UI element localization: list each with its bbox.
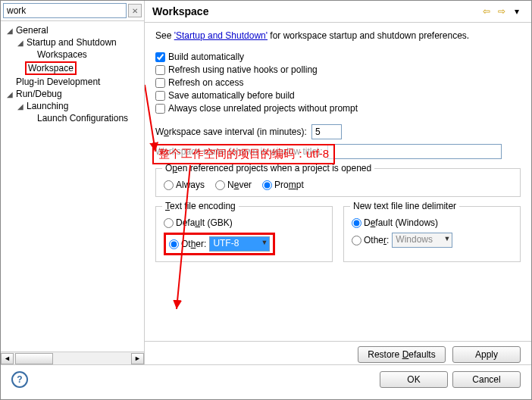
save-interval-label: Workspace save interval (in minutes): (155, 127, 307, 137)
preferences-tree[interactable]: ◢General ◢Startup and Shutdown Workspace… (1, 21, 144, 352)
restore-defaults-button[interactable]: Restore Defaults (358, 346, 445, 363)
open-referenced-title: Open referenced projects when a project … (162, 163, 374, 173)
delimiter-default-radio[interactable]: Default (Windows) (352, 217, 438, 228)
build-automatically-label: Build automatically (168, 52, 244, 62)
refresh-access-label: Refresh on access (168, 77, 243, 88)
tree-node-startup[interactable]: Startup and Shutdown (25, 37, 118, 48)
help-icon[interactable]: ? (11, 371, 28, 388)
horizontal-scrollbar[interactable]: ◄ ► (1, 352, 144, 364)
filter-input[interactable] (3, 3, 127, 18)
refresh-native-label: Refresh using native hooks or polling (168, 64, 318, 75)
tree-node-workspaces[interactable]: Workspaces (36, 49, 89, 60)
preferences-page: Workspace ⇦ ⇨ ▾ See 'Startup and Shutdow… (145, 1, 531, 364)
encoding-default-radio[interactable]: Default (GBK) (164, 217, 233, 228)
cancel-button[interactable]: Cancel (452, 371, 521, 388)
delimiter-title: New text file line delimiter (350, 201, 459, 211)
encoding-other-radio[interactable]: Other: (169, 239, 206, 249)
expand-icon[interactable]: ◢ (16, 102, 25, 111)
encoding-other-combo[interactable]: UTF-8 (209, 236, 270, 252)
menu-dropdown-icon[interactable]: ▾ (510, 5, 524, 17)
tree-node-workspace[interactable]: Workspace (25, 61, 77, 75)
save-interval-input[interactable] (311, 124, 342, 139)
annotation-callout: 整个工作空间的项目的编码：utf-8 (152, 144, 335, 164)
text-file-encoding-group: Text file encoding Default (GBK) Other: … (155, 206, 333, 262)
forward-button[interactable]: ⇨ (495, 5, 509, 17)
startup-shutdown-link[interactable]: 'Startup and Shutdown' (174, 30, 268, 41)
delimiter-other-radio[interactable]: Other: (352, 235, 389, 245)
tree-node-rundebug[interactable]: Run/Debug (14, 89, 64, 99)
refresh-access-checkbox[interactable] (155, 78, 165, 88)
tree-node-plugindev[interactable]: Plug-in Development (14, 77, 102, 87)
expand-icon[interactable]: ◢ (16, 39, 25, 47)
expand-icon[interactable]: ◢ (5, 27, 14, 35)
ok-button[interactable]: OK (380, 371, 448, 388)
delimiter-other-combo: Windows (392, 233, 452, 248)
scroll-left-icon[interactable]: ◄ (1, 353, 14, 364)
page-title: Workspace (152, 5, 478, 17)
filter-row: ✕ (1, 1, 144, 21)
close-unrelated-checkbox[interactable] (155, 104, 165, 114)
close-unrelated-label: Always close unrelated projects without … (168, 103, 358, 114)
encoding-title: Text file encoding (162, 201, 239, 211)
preferences-sidebar: ✕ ◢General ◢Startup and Shutdown Workspa… (1, 1, 145, 364)
scroll-right-icon[interactable]: ► (131, 353, 144, 364)
refresh-native-checkbox[interactable] (155, 65, 165, 75)
dialog-button-bar: ? OK Cancel (1, 364, 531, 394)
open-ref-always[interactable]: Always (164, 180, 205, 190)
see-also-text: See 'Startup and Shutdown' for workspace… (155, 30, 521, 41)
save-before-build-label: Save automatically before build (168, 90, 295, 101)
open-ref-prompt[interactable]: Prompt (262, 180, 304, 190)
page-buttons: Restore Defaults Apply (145, 341, 531, 364)
line-delimiter-group: New text file line delimiter Default (Wi… (343, 206, 521, 262)
build-automatically-checkbox[interactable] (155, 52, 165, 62)
tree-node-launching[interactable]: Launching (25, 101, 70, 111)
see-prefix: See (155, 30, 174, 41)
see-suffix: for workspace startup and shutdown prefe… (268, 30, 469, 41)
tree-node-general[interactable]: General (14, 25, 50, 36)
svg-line-0 (145, 85, 155, 152)
clear-filter-button[interactable]: ✕ (128, 4, 142, 17)
open-referenced-group: Open referenced projects when a project … (155, 168, 521, 197)
save-before-build-checkbox[interactable] (155, 91, 165, 101)
tree-node-launchconf[interactable]: Launch Configurations (36, 113, 130, 123)
expand-icon[interactable]: ◢ (5, 90, 14, 98)
open-ref-never[interactable]: Never (215, 180, 252, 190)
apply-button[interactable]: Apply (452, 346, 521, 363)
back-button[interactable]: ⇦ (480, 5, 493, 17)
scroll-thumb[interactable] (15, 353, 53, 364)
workspace-name-input[interactable] (327, 144, 502, 159)
